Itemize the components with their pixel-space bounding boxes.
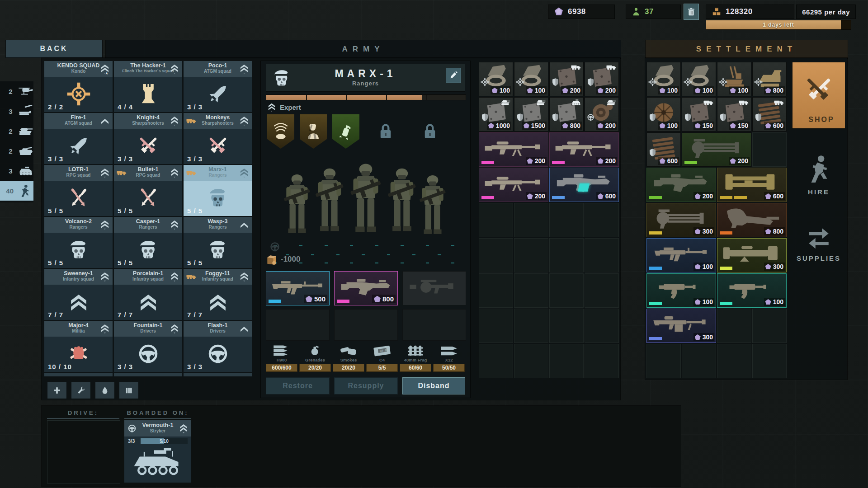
shop-item-turret[interactable]: 800 [752,62,787,96]
repair-button[interactable] [71,382,91,399]
storage-item-sniper-rifle[interactable]: 200 [479,168,548,202]
shop-item-smg[interactable]: 100 [646,273,716,308]
shop-item-gatling-barrels[interactable]: 300 [646,203,716,237]
shop-item-rifle[interactable]: 200 [646,168,716,202]
empty-slot[interactable] [402,309,466,341]
empty-storage-cell[interactable] [479,309,513,343]
squad-card-casper-1[interactable]: Casper-1Rangers5 / 5 [114,217,182,268]
storage-item-tank-armor[interactable]: 1500 [514,97,548,131]
skill-mine-awareness[interactable] [267,114,294,149]
storage-item-hatch[interactable]: 100 [514,62,548,96]
drive-slot-empty[interactable] [47,420,120,483]
weapon-slot-locked[interactable] [402,271,466,305]
shop-item-wood-armor[interactable]: 100 [646,97,681,131]
squad-card-poco-1[interactable]: Poco-1ATGM squad3 / 3 [184,61,252,112]
squad-card-sweeney-1[interactable]: Sweeney-1Infantry squad7 / 7 [44,269,113,320]
empty-storage-cell[interactable] [549,273,584,308]
shop-item-hatch[interactable]: 100 [646,62,681,96]
empty-storage-cell[interactable] [585,273,619,308]
squad-card-lotr-1[interactable]: LOTR-1RPG squad5 / 5 [44,165,113,216]
empty-storage-cell[interactable] [514,273,548,308]
squad-card-major-4[interactable]: Major-4Militia10 / 10 [44,321,113,372]
empty-storage-cell[interactable] [514,203,548,237]
shop-item-minigun[interactable]: 200 [682,132,751,167]
empty-shop-cell[interactable] [752,344,787,378]
empty-shop-cell[interactable] [717,309,751,343]
squad-card-wasp-3[interactable]: Wasp-3Rangers5 / 5 [184,217,252,268]
squad-card-fountain-1[interactable]: Fountain-1Drivers3 / 3 [114,321,182,372]
storage-item-hatch[interactable]: 100 [479,62,513,96]
back-button[interactable]: BACK [5,40,103,58]
empty-shop-cell[interactable] [646,344,681,378]
supplies-tab-button[interactable]: SUPPLIES [792,224,845,262]
shop-item-armor-plate[interactable]: 150 [717,97,751,131]
squad-card-bullet-1[interactable]: Bullet-1RPG squad5 / 5 [114,165,182,216]
ammo-smokes[interactable]: Smokes20/20 [333,343,364,372]
empty-storage-cell[interactable] [549,309,584,343]
storage-item-marksman-rifle[interactable]: 600 [549,168,619,202]
shop-item-armor-plate[interactable]: 150 [682,97,716,131]
empty-storage-cell[interactable] [479,344,513,378]
empty-slot[interactable] [266,309,330,341]
filter-artillery[interactable]: 3 [0,101,33,121]
trash-button[interactable] [684,4,699,20]
filter-ifv[interactable]: 2 [0,141,33,161]
squad-card-marx-1-selected[interactable]: Marx-1Rangers5 / 5 [184,165,252,216]
empty-storage-cell[interactable] [549,238,584,272]
squad-card-flash-1[interactable]: Flash-1Drivers3 / 3 [184,321,252,372]
storage-item-engine-part[interactable]: 200 [585,97,619,131]
squad-card-monkeys[interactable]: MonkeysSharpshooters3 / 3 [184,113,252,164]
storage-item-armor-plate[interactable]: 200 [549,62,584,96]
empty-storage-cell[interactable] [549,344,584,378]
filter-infantry[interactable]: 40 [0,181,33,201]
filter-tanks[interactable]: 2 [0,121,33,141]
shop-item-slat-armor[interactable]: 600 [752,97,787,131]
skill-camouflage[interactable] [300,114,327,149]
storage-item-tank-armor[interactable]: 1000 [479,97,513,131]
skill-explosives[interactable] [332,114,359,149]
empty-storage-cell[interactable] [479,238,513,272]
disband-button[interactable]: Disband [402,377,465,394]
shop-item-aa-turret[interactable]: 100 [717,62,751,96]
shop-item-hatch[interactable]: 100 [682,62,716,96]
storage-item-armor-plate[interactable]: 200 [585,62,619,96]
shop-item-lmg[interactable]: 300 [646,309,716,343]
squad-card-fire-1[interactable]: Fire-1ATGM squad3 / 3 [44,113,113,164]
empty-shop-cell[interactable] [717,344,751,378]
ammo-grenades[interactable]: Grenades20/20 [299,343,331,372]
weapon-slot-rifle[interactable]: 500 [266,271,330,305]
skill-locked-slot[interactable] [416,114,443,149]
ammo-c4[interactable]: C45/5 [366,343,398,372]
hire-tab-button[interactable]: HIRE [792,154,845,196]
squad-card-kendo[interactable]: KENDO SQUADKondo★2 / 2 [44,61,113,112]
empty-storage-cell[interactable] [585,203,619,237]
empty-storage-cell[interactable] [514,238,548,272]
empty-shop-cell[interactable] [752,132,787,167]
storage-item-apc-armor[interactable]: 800 [549,97,584,131]
shop-item-carbine[interactable]: 100 [646,238,716,272]
fuel-button[interactable] [95,382,115,399]
squad-card-volcano-2[interactable]: Volcano-2Rangers5 / 5 [44,217,113,268]
barracks-button[interactable] [119,382,139,399]
squad-card-foggy-11[interactable]: Foggy-11Infantry squad7 / 7 [184,269,252,320]
empty-shop-cell[interactable] [752,309,787,343]
empty-storage-cell[interactable] [585,309,619,343]
ammo-40mm-frag[interactable]: 40mm Frag60/60 [400,343,431,372]
empty-shop-cell[interactable] [682,344,716,378]
shop-item-heavy-gun[interactable]: 800 [717,203,787,237]
empty-storage-cell[interactable] [479,273,513,308]
empty-slot[interactable] [334,309,398,341]
weapon-slot-sniper[interactable]: 800 [334,271,398,305]
storage-item-sniper-rifle[interactable]: 200 [479,132,548,167]
empty-storage-cell[interactable] [549,203,584,237]
shop-item-smg[interactable]: 100 [717,273,787,308]
squad-card-hacker-1[interactable]: The Hacker-1Flinch The Hacker`s squad4 /… [114,61,182,112]
empty-storage-cell[interactable] [514,344,548,378]
storage-item-sniper-rifle[interactable]: 200 [549,132,619,167]
skill-locked-slot[interactable] [372,114,399,149]
empty-storage-cell[interactable] [479,203,513,237]
ammo-x12[interactable]: X1250/50 [433,343,465,372]
shop-tab-button[interactable]: SHOP [792,62,845,129]
rename-button[interactable] [446,68,461,83]
ammo-h900[interactable]: H900600/600 [266,343,297,372]
